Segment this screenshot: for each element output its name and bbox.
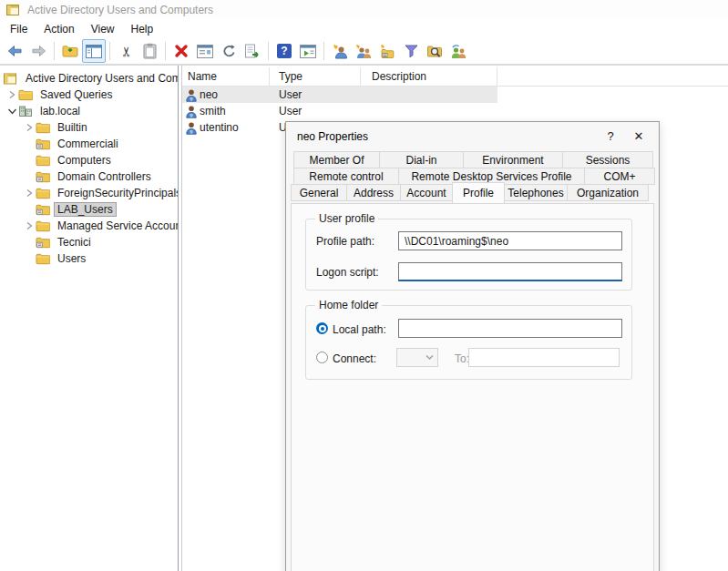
tree-item-label: ForeignSecurityPrincipals	[55, 187, 179, 199]
folder-icon	[36, 154, 51, 167]
new-organizational-unit-button[interactable]	[375, 39, 399, 63]
profile-path-input[interactable]	[398, 231, 622, 250]
tree-item-builtin[interactable]: Builtin	[0, 119, 178, 136]
find-button[interactable]	[423, 39, 446, 63]
tab-account[interactable]: Account	[400, 184, 453, 201]
tab-strip: Member OfDial-inEnvironmentSessionsRemot…	[291, 151, 656, 200]
tree-item-active-directory-users-and-com[interactable]: Active Directory Users and Com	[0, 70, 178, 87]
column-header-name[interactable]: Name	[182, 67, 270, 86]
list-item-smith[interactable]: smithUser	[182, 103, 497, 119]
tree-item-computers[interactable]: Computers	[0, 152, 178, 168]
tab-profile[interactable]: Profile	[452, 182, 505, 203]
menu-action[interactable]: Action	[36, 21, 82, 37]
tree-item-label: LAB_Users	[55, 203, 116, 216]
folder-icon	[36, 121, 51, 134]
paste-button[interactable]	[138, 39, 161, 63]
chevron-collapsed-icon[interactable]	[23, 187, 36, 199]
column-header-description[interactable]: Description	[361, 67, 497, 86]
cell-type: User	[279, 88, 302, 101]
profile-tab-page: User profile Profile path: Logon script:…	[291, 203, 654, 571]
menu-view[interactable]: View	[83, 21, 123, 37]
list-header: NameTypeDescription	[182, 67, 728, 87]
tree-item-label: Builtin	[55, 121, 90, 134]
tree-item-managed-service-accounts[interactable]: Managed Service Accounts	[0, 218, 178, 234]
menubar: FileActionViewHelp	[0, 19, 728, 38]
tree-item-label: Users	[55, 252, 88, 265]
help-button[interactable]: ?	[272, 39, 296, 63]
column-header-type[interactable]: Type	[270, 67, 361, 86]
tree-item-users[interactable]: Users	[0, 250, 178, 267]
tab-organization[interactable]: Organization	[567, 184, 649, 201]
home-folder-group-label: Home folder	[315, 299, 382, 311]
new-group-button[interactable]	[352, 39, 375, 63]
ou-icon	[36, 236, 51, 249]
cell-name: neo	[200, 88, 218, 101]
tree-item-lab-local[interactable]: lab.local	[0, 103, 178, 119]
tree-item-lab-users[interactable]: LAB_Users	[0, 201, 178, 218]
ou-icon	[36, 203, 51, 216]
tree-item-domain-controllers[interactable]: Domain Controllers	[0, 168, 178, 185]
tab-general[interactable]: General	[291, 184, 347, 201]
filter-button[interactable]	[399, 39, 423, 63]
chevron-collapsed-icon[interactable]	[5, 88, 18, 101]
connect-radio[interactable]	[316, 352, 328, 363]
new-user-button[interactable]	[328, 39, 352, 63]
tab-telephones[interactable]: Telephones	[504, 184, 568, 201]
forward-button[interactable]	[26, 39, 50, 63]
tab-sessions[interactable]: Sessions	[562, 151, 653, 168]
change-user-button[interactable]	[446, 39, 470, 63]
console-window-icon	[6, 5, 19, 15]
tab-com[interactable]: COM+	[584, 168, 655, 185]
new-window-button[interactable]	[296, 39, 320, 63]
local-path-radio[interactable]	[316, 322, 328, 334]
logon-script-input[interactable]	[398, 262, 622, 281]
tree-item-foreignsecurityprincipals[interactable]: ForeignSecurityPrincipals	[0, 185, 178, 201]
ou-icon	[36, 170, 51, 183]
console-tree-panel: Active Directory Users and ComSaved Quer…	[0, 66, 179, 571]
dialog-titlebar: neo Properties ? ✕	[286, 122, 659, 151]
connect-to-input[interactable]	[468, 348, 620, 367]
tab-member-of[interactable]: Member Of	[293, 151, 380, 168]
home-folder-group: Home folder	[305, 305, 632, 380]
dialog-close-button[interactable]: ✕	[620, 122, 657, 149]
menu-help[interactable]: Help	[123, 21, 162, 37]
tree-item-tecnici[interactable]: Tecnici	[0, 234, 178, 250]
drive-letter-select[interactable]	[396, 348, 438, 367]
tree-item-label: Managed Service Accounts	[55, 219, 179, 232]
up-one-level-button[interactable]	[58, 39, 82, 63]
refresh-button[interactable]	[217, 39, 241, 63]
tree-item-saved-queries[interactable]: Saved Queries	[0, 87, 178, 103]
properties-button[interactable]	[193, 39, 217, 63]
scissors-icon: ✂	[118, 46, 132, 57]
tab-row: GeneralAddressAccountProfileTelephonesOr…	[291, 184, 656, 201]
back-button[interactable]	[3, 39, 26, 63]
tree-item-label: Commerciali	[55, 138, 121, 150]
domain-icon	[18, 105, 34, 117]
toolbar-separator	[54, 42, 55, 60]
show-console-tree-button[interactable]	[82, 39, 106, 63]
console-icon	[4, 73, 19, 85]
tab-environment[interactable]: Environment	[463, 151, 563, 168]
logon-script-label: Logon script:	[316, 266, 379, 279]
delete-button[interactable]	[169, 39, 193, 63]
tab-address[interactable]: Address	[346, 184, 401, 201]
chevron-collapsed-icon[interactable]	[23, 219, 36, 232]
tab-remote-control[interactable]: Remote control	[293, 168, 399, 185]
tree-item-commerciali[interactable]: Commerciali	[0, 136, 178, 152]
list-item-neo[interactable]: neoUser	[182, 87, 497, 103]
local-path-input[interactable]	[398, 319, 622, 338]
dialog-title: neo Properties	[297, 130, 368, 143]
toolbar-separator	[165, 42, 166, 60]
user-profile-group-label: User profile	[315, 212, 378, 225]
tab-row: Member OfDial-inEnvironmentSessions	[291, 151, 656, 168]
tab-dial-in[interactable]: Dial-in	[379, 151, 464, 168]
folder-icon	[36, 219, 51, 232]
toolbar-separator	[268, 42, 269, 60]
chevron-collapsed-icon[interactable]	[23, 121, 36, 134]
export-list-button[interactable]	[241, 39, 264, 63]
user-icon	[185, 105, 198, 118]
cut-button[interactable]: ✂	[114, 39, 138, 63]
chevron-expanded-icon[interactable]	[5, 105, 18, 117]
column-header-filler	[497, 67, 728, 86]
menu-file[interactable]: File	[2, 21, 36, 37]
